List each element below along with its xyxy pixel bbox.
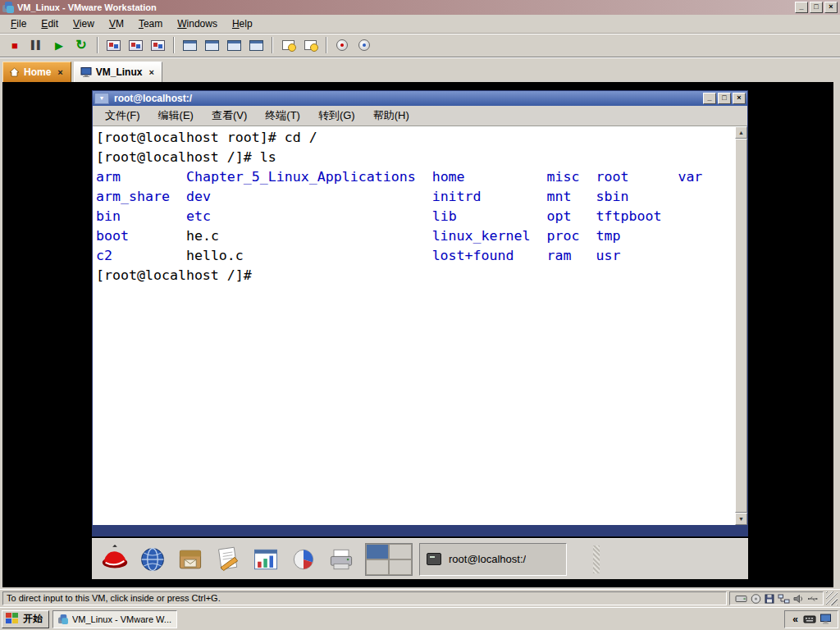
- quick-switch-icon: [205, 40, 219, 51]
- workspace-1[interactable]: [366, 544, 389, 559]
- redhat-icon: [99, 544, 130, 575]
- quick-switch-button[interactable]: [201, 35, 222, 55]
- reset-button[interactable]: ↻: [71, 35, 92, 55]
- vmware-task-icon: [58, 614, 68, 624]
- toolbar: ■▌▌▶↻: [0, 34, 840, 57]
- tab-home[interactable]: Home ×: [2, 62, 71, 82]
- terminal-line: c2 hello.c lost+found ram usr: [96, 246, 733, 266]
- web-browser-launcher[interactable]: [134, 541, 171, 578]
- window-list-button[interactable]: root@localhost:/: [419, 543, 567, 576]
- menu-help[interactable]: Help: [225, 16, 260, 32]
- cdrom-icon[interactable]: [751, 594, 761, 604]
- power-off-button[interactable]: ■: [4, 35, 25, 55]
- start-button[interactable]: 开始: [2, 610, 49, 628]
- terminal-titlebar[interactable]: ▼ root@localhost:/ _ □ ×: [93, 91, 747, 106]
- suspend-button[interactable]: ▌▌: [26, 35, 48, 55]
- tab-home-close-icon[interactable]: ×: [56, 68, 64, 76]
- terminal-menu-terminal[interactable]: 终端(T): [256, 108, 309, 123]
- home-icon: [9, 67, 20, 77]
- harddisk-icon[interactable]: [735, 594, 747, 604]
- workspace-4[interactable]: [389, 559, 412, 575]
- toolbar-separator: [173, 37, 175, 53]
- menu-file[interactable]: File: [3, 16, 34, 32]
- terminal-body[interactable]: [root@localhost root]# cd /[root@localho…: [93, 126, 747, 525]
- keyboard-ime-icon[interactable]: [803, 614, 816, 624]
- tray-collapse-icon[interactable]: «: [789, 614, 801, 625]
- resize-grip[interactable]: [826, 591, 838, 605]
- reset-icon: ↻: [75, 39, 86, 52]
- terminal-menu-view[interactable]: 查看(V): [203, 108, 256, 123]
- capture-movie-button[interactable]: [299, 35, 321, 55]
- redhat-menu-button[interactable]: [96, 541, 134, 578]
- tab-vm-linux-label: VM_Linux: [96, 66, 143, 78]
- ethernet-icon[interactable]: [778, 594, 790, 604]
- panel-drag-handle[interactable]: [593, 546, 600, 573]
- tab-vm-linux[interactable]: VM_Linux ×: [74, 62, 162, 82]
- floppy-icon[interactable]: [765, 594, 774, 604]
- evolution-mail-launcher[interactable]: [171, 541, 209, 578]
- power-on-button[interactable]: ▶: [48, 35, 70, 55]
- scroll-up-icon[interactable]: ▲: [735, 126, 747, 139]
- printer-icon: [326, 545, 356, 574]
- menu-view[interactable]: View: [66, 16, 102, 32]
- toolbar-separator: [97, 37, 98, 53]
- vm-guest-screen[interactable]: ▼ root@localhost:/ _ □ × 文件(F) 编辑(E) 查看(…: [92, 86, 748, 579]
- window-title: VM_Linux - VMware Workstation: [17, 2, 793, 12]
- snapshot-manager-button[interactable]: [147, 35, 168, 55]
- scroll-down-icon[interactable]: ▼: [735, 513, 747, 525]
- mail-drawer-icon: [176, 545, 205, 574]
- terminal-window-menu-icon[interactable]: ▼: [94, 93, 109, 104]
- install-tools-button[interactable]: [331, 35, 353, 55]
- capture-screen-button[interactable]: [277, 35, 299, 55]
- workspace-2[interactable]: [389, 544, 412, 559]
- maximize-button[interactable]: □: [810, 2, 823, 13]
- terminal-maximize-button[interactable]: □: [718, 93, 731, 104]
- menu-vm[interactable]: VM: [102, 16, 131, 32]
- terminal-minimize-button[interactable]: _: [703, 93, 716, 104]
- minimize-button[interactable]: _: [795, 2, 808, 13]
- menu-team[interactable]: Team: [131, 16, 170, 32]
- sound-icon[interactable]: [793, 594, 804, 604]
- device-tray: [729, 591, 824, 605]
- display-tray-icon[interactable]: [819, 614, 832, 624]
- taskbar-task-label: VM_Linux - VMware W...: [72, 614, 171, 624]
- power-off-icon: ■: [11, 40, 18, 51]
- fullscreen-button[interactable]: [179, 35, 200, 55]
- snapshot-revert-button[interactable]: [125, 35, 146, 55]
- menubar: File Edit View VM Team Windows Help: [0, 15, 840, 34]
- terminal-line: boot he.c linux_kernel proc tmp: [96, 226, 733, 246]
- terminal-menu-file[interactable]: 文件(F): [96, 108, 149, 123]
- summary-view-button[interactable]: [223, 35, 244, 55]
- help-button[interactable]: [354, 35, 375, 55]
- writer-launcher[interactable]: [209, 541, 247, 578]
- terminal-menu-help[interactable]: 帮助(H): [364, 108, 418, 123]
- calc-launcher[interactable]: [247, 541, 285, 578]
- tab-vm-linux-close-icon[interactable]: ×: [147, 68, 155, 76]
- console-view-button[interactable]: [245, 35, 267, 55]
- bar-chart-icon: [251, 545, 281, 574]
- close-button[interactable]: ×: [824, 2, 838, 13]
- workspace-3[interactable]: [366, 559, 389, 575]
- snapshot-take-button[interactable]: [103, 35, 124, 55]
- status-message: To direct input to this VM, click inside…: [2, 591, 727, 605]
- printer-launcher[interactable]: [322, 541, 360, 578]
- window-list-label: root@localhost:/: [449, 553, 526, 565]
- terminal-menu-edit[interactable]: 编辑(E): [149, 108, 203, 123]
- window-titlebar: VM_Linux - VMware Workstation _ □ ×: [0, 0, 840, 15]
- menu-edit[interactable]: Edit: [34, 16, 66, 32]
- usb-icon[interactable]: [807, 594, 818, 604]
- terminal-scrollbar[interactable]: ▲ ▼: [735, 126, 747, 525]
- taskbar-task-vmware[interactable]: VM_Linux - VMware W...: [52, 610, 177, 628]
- console-view-icon: [249, 40, 263, 51]
- menu-windows[interactable]: Windows: [170, 16, 225, 32]
- vmware-app-icon: [2, 2, 14, 13]
- impress-launcher[interactable]: [285, 541, 322, 578]
- install-tools-icon: [336, 39, 348, 51]
- toolbar-separator: [272, 37, 273, 53]
- terminal-line: arm_share dev initrd mnt sbin: [96, 187, 733, 207]
- terminal-menu-go[interactable]: 转到(G): [309, 108, 364, 123]
- terminal-line: [root@localhost /]# ls: [96, 148, 733, 167]
- scrollbar-thumb[interactable]: [735, 139, 747, 513]
- terminal-line: bin etc lib opt tftpboot: [96, 207, 733, 226]
- terminal-close-button[interactable]: ×: [733, 93, 746, 104]
